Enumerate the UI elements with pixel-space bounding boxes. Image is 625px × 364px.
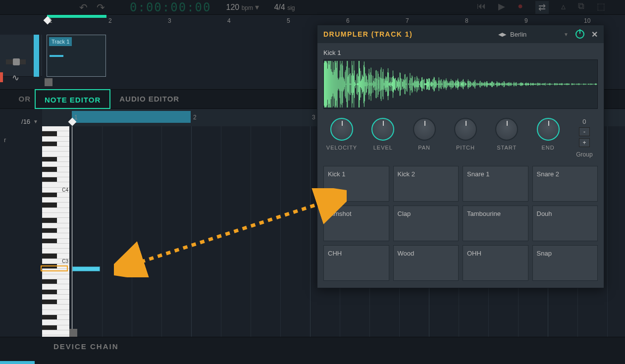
piano-key[interactable] — [42, 244, 69, 249]
midi-note[interactable] — [72, 266, 100, 271]
loop-region[interactable] — [47, 15, 106, 18]
piano-key[interactable] — [42, 290, 69, 295]
piano-key[interactable] — [42, 310, 69, 315]
drum-pad[interactable]: Wood — [393, 245, 459, 281]
note-scroll-handle[interactable] — [69, 329, 77, 337]
track-volume-slider[interactable] — [6, 59, 26, 64]
piano-key[interactable] — [42, 223, 69, 228]
piano-key[interactable] — [42, 172, 69, 177]
group-minus-button[interactable]: - — [579, 127, 590, 136]
device-chain-panel[interactable]: DEVICE CHAIN — [0, 337, 625, 364]
drum-pad[interactable]: OHH — [463, 245, 528, 281]
piano-key[interactable] — [42, 157, 69, 162]
tab-note-editor[interactable]: NOTE EDITOR — [35, 89, 110, 109]
drum-pad[interactable]: Snare 2 — [532, 166, 598, 202]
piano-key[interactable] — [42, 162, 69, 167]
export-icon[interactable]: ⬚ — [597, 1, 605, 14]
piano-key[interactable] — [42, 177, 69, 182]
svg-rect-72 — [359, 61, 360, 107]
piano-key[interactable] — [42, 203, 69, 208]
svg-rect-61 — [354, 61, 354, 107]
countdown-icon[interactable]: ⧉ — [578, 1, 584, 14]
piano-key[interactable] — [42, 325, 69, 330]
record-icon[interactable]: ● — [518, 1, 523, 14]
piano-key[interactable] — [42, 305, 69, 310]
piano-key[interactable] — [42, 228, 69, 233]
waveform-display[interactable] — [323, 59, 598, 109]
grid-resolution-select[interactable]: /16 ▼ — [21, 118, 38, 125]
preset-selector[interactable]: ◀▶ Berlin ▼ — [498, 31, 569, 38]
svg-rect-273 — [457, 80, 458, 88]
piano-key[interactable] — [42, 218, 69, 223]
svg-rect-534 — [584, 84, 585, 84]
piano-key[interactable] — [42, 295, 69, 300]
drum-pad[interactable]: Kick 1 — [323, 166, 389, 202]
piano-key[interactable] — [42, 233, 69, 238]
loop-icon[interactable]: ⇄ — [535, 1, 549, 14]
clip-region[interactable] — [72, 111, 191, 123]
group-plus-button[interactable]: + — [579, 138, 590, 147]
redo-icon[interactable]: ↷ — [97, 1, 105, 13]
drum-pad[interactable]: Douh — [532, 206, 598, 241]
drum-pad[interactable]: Tambourine — [463, 206, 528, 241]
piano-key[interactable] — [42, 147, 69, 152]
piano-key[interactable]: C4 — [42, 188, 69, 193]
knob-end[interactable]: END — [531, 118, 566, 151]
piano-key[interactable] — [42, 330, 69, 335]
piano-key[interactable] — [42, 284, 69, 289]
play-icon[interactable]: ▶ — [498, 1, 505, 14]
panel-header[interactable]: DRUMPLER (TRACK 1) ◀▶ Berlin ▼ ✕ — [317, 25, 604, 43]
drum-pad[interactable]: Rimshot — [323, 206, 389, 241]
arrangement-scroll-handle[interactable] — [45, 78, 52, 86]
svg-rect-198 — [420, 81, 421, 87]
knob-pan[interactable]: PAN — [407, 118, 442, 151]
piano-key[interactable] — [42, 208, 69, 213]
piano-key[interactable] — [42, 198, 69, 203]
rewind-icon[interactable]: ⏮ — [477, 1, 486, 14]
metronome-icon[interactable]: ▵ — [561, 1, 566, 14]
piano-key[interactable] — [42, 239, 69, 244]
undo-icon[interactable]: ↶ — [79, 1, 88, 13]
piano-key[interactable] — [42, 167, 69, 172]
svg-rect-149 — [397, 81, 397, 88]
knob-velocity[interactable]: VELOCITY — [324, 118, 359, 151]
automation-icon[interactable]: ∿ — [12, 72, 19, 83]
knob-start[interactable]: START — [489, 118, 524, 151]
close-icon[interactable]: ✕ — [591, 30, 598, 39]
piano-key[interactable] — [42, 300, 69, 305]
piano-key[interactable] — [42, 274, 69, 279]
piano-keyboard[interactable]: C4C3 — [42, 126, 69, 337]
piano-key[interactable] — [42, 131, 69, 136]
drum-pad[interactable]: CHH — [323, 245, 389, 281]
svg-rect-521 — [578, 84, 579, 85]
piano-key[interactable] — [42, 137, 69, 142]
svg-rect-435 — [536, 84, 537, 85]
piano-key[interactable] — [42, 213, 69, 218]
drum-pad[interactable]: Snare 1 — [463, 166, 528, 202]
piano-key[interactable] — [42, 279, 69, 284]
caret-down-icon[interactable]: ▼ — [564, 32, 569, 37]
drum-pad[interactable]: Snap — [532, 245, 598, 281]
piano-key[interactable] — [42, 152, 69, 156]
time-signature-display[interactable]: 4/4 sig — [274, 3, 295, 12]
piano-key[interactable] — [42, 249, 69, 254]
tab-audio-editor[interactable]: AUDIO EDITOR — [110, 89, 188, 109]
drum-pad[interactable]: Kick 2 — [393, 166, 459, 202]
piano-key[interactable] — [42, 142, 69, 147]
knob-level[interactable]: LEVEL — [365, 118, 400, 151]
piano-key[interactable] — [42, 320, 69, 325]
tempo-display[interactable]: 120 bpm ▾ — [226, 2, 260, 12]
tab-prev-editor[interactable]: OR — [0, 89, 35, 109]
piano-key[interactable]: C3 — [42, 259, 69, 264]
piano-key[interactable] — [42, 193, 69, 198]
arrangement-ruler[interactable]: 1 2 3 4 5 6 7 8 9 10 — [42, 15, 625, 25]
svg-rect-429 — [533, 83, 534, 85]
preset-prev-next-icon[interactable]: ◀▶ — [498, 31, 506, 38]
drum-pad[interactable]: Clap — [393, 206, 459, 241]
midi-clip[interactable]: Track 1 — [47, 35, 106, 77]
knob-pitch[interactable]: PITCH — [448, 118, 483, 151]
svg-rect-396 — [517, 84, 518, 85]
power-button[interactable] — [575, 30, 584, 39]
piano-key[interactable] — [42, 315, 69, 320]
piano-key[interactable] — [42, 126, 69, 131]
